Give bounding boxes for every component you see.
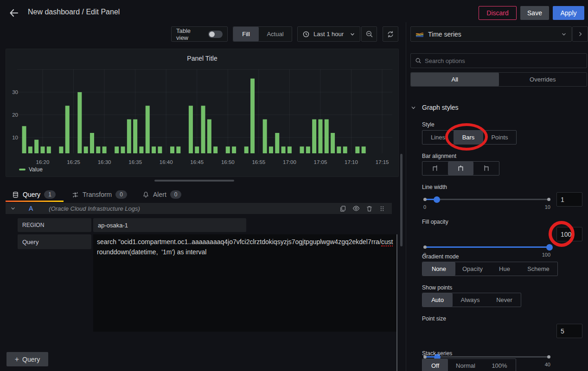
refresh-icon [387,31,394,38]
fill-actual-switch: Fill Actual [233,26,292,42]
tab-query-count: 1 [44,190,56,199]
save-button[interactable]: Save [520,6,549,20]
query-field-label: Query [18,234,91,249]
svg-text:16:35: 16:35 [128,159,142,165]
svg-text:16:20: 16:20 [36,159,50,165]
query-text-line2: rounddown(datetime, '1m') as interval [97,247,394,257]
svg-text:20: 20 [12,112,18,118]
panel-resize-handle[interactable] [154,180,234,182]
svg-text:17:10: 17:10 [345,159,358,165]
drag-handle-icon[interactable] [379,205,385,212]
search-icon [415,57,422,64]
option-always[interactable]: Always [453,293,488,307]
active-tab-underline [6,201,64,202]
time-series-icon [415,31,424,38]
vertical-splitter[interactable] [396,234,397,371]
option-opacity[interactable]: Opacity [455,262,490,276]
bar-alignment-after-option[interactable] [473,162,499,175]
option-bars[interactable]: Bars [454,131,483,144]
grafana-edit-panel: New dashboard / Edit Panel Discard Save … [0,0,588,371]
time-range-picker[interactable]: Last 1 hour [297,26,360,42]
bar-alignment-center-option[interactable] [448,162,473,175]
option-100pct[interactable]: 100% [483,359,516,371]
option-points[interactable]: Points [483,131,516,144]
option-lines[interactable]: Lines [422,131,454,144]
option-normal[interactable]: Normal [448,359,483,371]
point-size-input[interactable]: 5 [556,324,582,338]
panel-title: Panel Title [6,55,398,62]
discard-button[interactable]: Discard [479,6,517,20]
option-none[interactable]: None [422,262,455,276]
chart-legend: Value [19,166,43,173]
query-textarea[interactable]: search "ocid1.compartment.oc1..aaaaaaaaq… [93,234,397,332]
point-size-label: Point size [422,315,446,322]
editor-scrollbar-thumb[interactable] [400,154,403,246]
filter-tab-all[interactable]: All [411,73,499,86]
tab-transform[interactable]: Transform 0 [72,188,127,201]
visualization-picker[interactable]: Time series [410,26,572,42]
bar-alignment-before-option[interactable] [422,162,448,175]
line-width-input[interactable]: 1 [556,192,582,207]
line-width-slider[interactable]: 010 [423,193,550,206]
chart-panel: Panel Title 16:2016:2516:3016:3516:4016:… [6,49,399,177]
option-off[interactable]: Off [422,359,448,371]
transform-icon [72,191,79,198]
fill-opacity-input[interactable]: 100 [556,227,582,241]
option-auto[interactable]: Auto [422,293,453,307]
options-search-input[interactable] [425,57,582,64]
line-width-slider-handle[interactable] [434,196,440,203]
add-query-button[interactable]: + Query [6,352,48,366]
svg-text:10: 10 [12,135,18,140]
fill-option[interactable]: Fill [233,27,259,41]
query-row-header[interactable]: A (Oracle Cloud Infrastructure Logs) [6,203,392,214]
actual-option[interactable]: Actual [259,27,292,41]
tab-alert[interactable]: Alert 0 [142,188,181,201]
region-field-label: REGION [18,218,91,232]
tab-alert-count: 0 [170,190,182,199]
stack-series-label: Stack series [422,350,452,357]
refresh-button[interactable] [383,26,398,42]
fill-opacity-slider-handle[interactable] [546,244,553,251]
zoom-out-button[interactable] [361,26,377,42]
bar-alignment-label: Bar alignment [422,153,456,159]
graph-styles-title: Graph styles [422,104,459,111]
query-ref-id[interactable]: A [29,205,33,212]
trash-icon[interactable] [366,205,373,212]
option-hue[interactable]: Hue [490,262,519,276]
point-size-max: 40 [545,362,550,367]
visualization-name: Time series [428,31,557,38]
clock-icon [302,31,310,38]
toggle-viz-picker-button[interactable] [572,26,588,42]
svg-text:16:55: 16:55 [252,159,265,165]
legend-swatch [19,169,26,170]
zoom-out-icon [365,30,373,38]
option-never[interactable]: Never [488,293,521,307]
collapse-chevron-icon[interactable] [10,206,16,211]
graph-styles-section-header[interactable]: Graph styles [410,104,459,111]
table-view-toggle[interactable] [208,31,223,38]
option-scheme[interactable]: Scheme [519,262,557,276]
bar-chart[interactable]: 16:2016:2516:3016:3516:4016:4516:5016:55… [6,49,398,176]
fill-opacity-slider[interactable]: 0100 [423,241,550,254]
bar-align-before-icon [431,164,439,172]
query-text-line1: search "ocid1.compartment.oc1..aaaaaaaaq… [97,237,394,247]
line-width-min: 0 [423,204,426,210]
duplicate-icon[interactable] [339,205,346,212]
filter-tab-overrides[interactable]: Overrides [499,73,587,86]
database-icon [12,191,19,198]
tab-query-label: Query [23,191,40,198]
spellcheck-underline: cust [381,238,393,246]
tab-query[interactable]: Query 1 [12,188,56,201]
back-button[interactable] [6,6,21,20]
legend-series-label[interactable]: Value [29,166,43,173]
region-field-value[interactable]: ap-osaka-1 [93,218,246,232]
chevron-down-icon [410,105,416,111]
query-datasource-label: (Oracle Cloud Infrastructure Logs) [49,205,140,212]
page-title: New dashboard / Edit Panel [28,8,120,16]
svg-text:17:00: 17:00 [283,159,296,165]
tab-transform-count: 0 [115,190,127,199]
apply-button[interactable]: Apply [553,6,584,20]
svg-text:16:25: 16:25 [67,159,80,165]
eye-icon[interactable] [352,205,360,212]
svg-text:30: 30 [12,89,18,95]
